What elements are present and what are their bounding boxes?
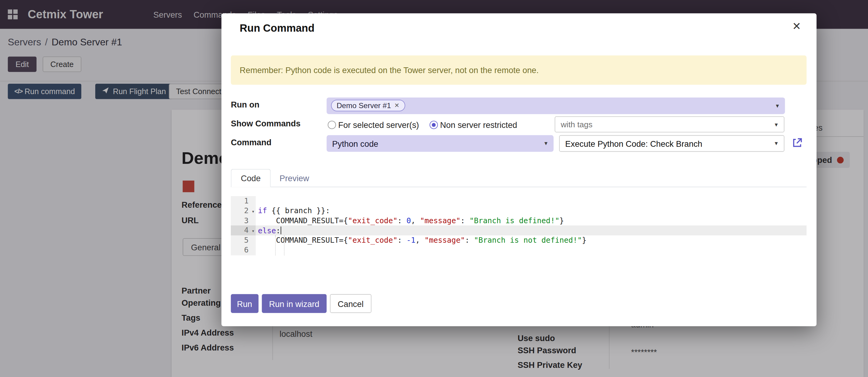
close-icon[interactable]: ✕ <box>789 21 804 32</box>
radio-non-server-restricted[interactable] <box>429 121 438 129</box>
command-type-value: Python code <box>332 139 378 148</box>
fold-toggle-icon[interactable]: ▾ <box>252 207 255 217</box>
gutter-line-number: 2▾ <box>231 206 256 215</box>
tab-code[interactable]: Code <box>231 169 271 187</box>
alert-banner: Remember: Python code is executed on the… <box>231 55 807 85</box>
run-on-label: Run on <box>231 99 259 109</box>
fold-toggle-icon[interactable]: ▾ <box>252 227 255 237</box>
server-tag-label: Demo Server #1 <box>337 102 391 110</box>
run-command-modal: Run Command ✕ Remember: Python code is e… <box>222 13 816 326</box>
radio-label-non-server-restricted[interactable]: Non server restricted <box>440 120 517 130</box>
editor-gutter: 12▾34▾56 <box>231 196 256 256</box>
chevron-down-icon: ▾ <box>776 102 779 110</box>
gutter-line-number: 3 <box>231 216 256 226</box>
indent-guide <box>284 235 285 255</box>
remove-tag-icon[interactable]: ✕ <box>395 102 400 109</box>
tab-preview[interactable]: Preview <box>270 169 319 187</box>
gutter-line-number: 5 <box>231 235 256 245</box>
code-editor[interactable]: 12▾34▾56 if {{ branch }}: COMMAND_RESULT… <box>231 196 807 256</box>
code-line[interactable] <box>256 245 807 255</box>
indent-guide <box>275 235 276 255</box>
code-line[interactable]: COMMAND_RESULT={"exit_code": 0, "message… <box>256 216 807 226</box>
alert-message: Remember: Python code is executed on the… <box>240 65 539 75</box>
code-line[interactable] <box>256 196 807 206</box>
radio-for-selected-servers[interactable] <box>328 121 336 129</box>
radio-label-for-selected-servers[interactable]: For selected server(s) <box>338 120 419 130</box>
code-line[interactable]: if {{ branch }}: <box>256 206 807 215</box>
screen: Cetmix Tower Servers Commands Files Tool… <box>0 0 868 377</box>
text-cursor <box>281 227 281 234</box>
with-tags-select[interactable]: with tags ▾ <box>555 116 785 133</box>
with-tags-placeholder: with tags <box>561 120 593 129</box>
editor-lines: if {{ branch }}: COMMAND_RESULT={"exit_c… <box>256 196 807 256</box>
modal-title: Run Command <box>240 22 315 34</box>
show-commands-label: Show Commands <box>231 118 300 128</box>
command-type-select[interactable]: Python code ▾ <box>327 135 554 152</box>
run-in-wizard-button[interactable]: Run in wizard <box>262 294 327 313</box>
cancel-button[interactable]: Cancel <box>330 294 371 313</box>
command-select[interactable]: Execute Python Code: Check Branch ▾ <box>559 135 784 152</box>
gutter-line-number: 6 <box>231 245 256 255</box>
code-line[interactable]: else: <box>256 226 807 235</box>
command-select-value: Execute Python Code: Check Branch <box>565 139 702 148</box>
gutter-line-number: 1 <box>231 196 256 206</box>
chevron-down-icon: ▾ <box>775 121 778 128</box>
gutter-line-number: 4▾ <box>231 226 256 235</box>
server-tag[interactable]: Demo Server #1 ✕ <box>331 99 405 111</box>
command-label: Command <box>231 137 271 147</box>
chevron-down-icon: ▾ <box>775 140 778 147</box>
run-on-field[interactable]: Demo Server #1 ✕ ▾ <box>327 97 785 114</box>
code-line[interactable]: COMMAND_RESULT={"exit_code": -1, "messag… <box>256 235 807 245</box>
chevron-down-icon: ▾ <box>545 140 548 147</box>
run-button[interactable]: Run <box>231 294 258 313</box>
external-link-icon[interactable] <box>792 137 803 148</box>
